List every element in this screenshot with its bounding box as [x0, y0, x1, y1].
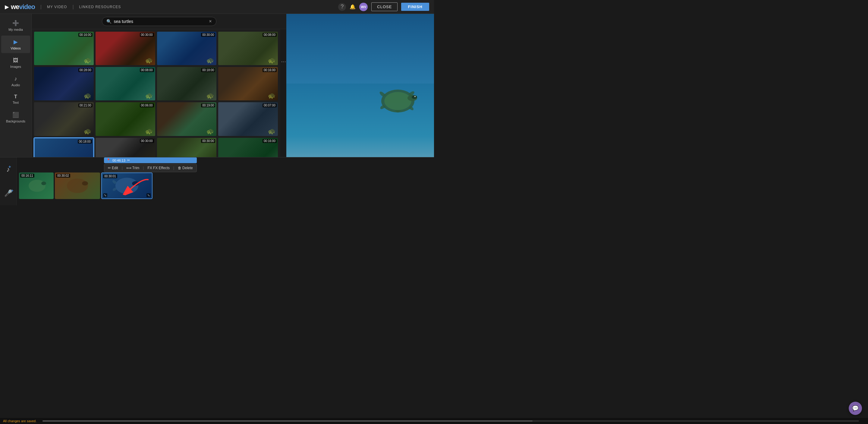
- video-thumb[interactable]: 00:16:00 🐢: [218, 67, 278, 100]
- svg-point-10: [132, 181, 139, 186]
- clip-delete-button[interactable]: 🗑 Delete: [177, 165, 194, 171]
- search-input[interactable]: [114, 19, 207, 24]
- video-duration: 00:18:00: [78, 140, 92, 144]
- video-duration: 00:30:00: [140, 139, 154, 143]
- sidebar-item-my-media[interactable]: ➕ My media: [1, 17, 30, 34]
- timeline-clip[interactable]: 00:30:02: [55, 173, 100, 199]
- sidebar-item-images[interactable]: 🖼 Images: [1, 54, 30, 71]
- video-duration: 00:19:00: [201, 103, 215, 108]
- clip-duration: 00:30:01: [103, 174, 117, 178]
- top-bar: ▶ wevideo | MY VIDEO | LINKED RESOURCES …: [0, 0, 434, 14]
- topbar-right: ? 🔔 WV CLOSE FINISH: [338, 2, 429, 11]
- notification-bell-icon[interactable]: 🔔: [350, 4, 355, 10]
- grid-more-options[interactable]: ⋮: [281, 59, 286, 65]
- clip-expand-left-icon[interactable]: ⤡: [103, 193, 107, 197]
- clip-action-toolbar: ✏ Edit | ⟺ Trim | FX FX Effects | 🗑 Dele…: [104, 164, 197, 172]
- timeline-area: ♪ + 🎤 + 00:16:11: [0, 157, 434, 205]
- search-icon: 🔍: [106, 19, 112, 24]
- video-duration: 00:30:00: [201, 139, 215, 143]
- sidebar-item-label-images: Images: [10, 65, 21, 68]
- video-duration: 00:08:00: [140, 68, 154, 72]
- timeline-clips: 00:16:11 00:30:02: [17, 163, 434, 202]
- svg-point-6: [41, 182, 46, 185]
- videos-icon: ▶: [13, 39, 18, 45]
- svg-point-7: [67, 179, 88, 193]
- sidebar-item-text[interactable]: T Text: [1, 91, 30, 108]
- video-thumb[interactable]: 00:06:00 🐢: [96, 102, 155, 136]
- action-separator: |: [173, 166, 174, 170]
- video-thumb[interactable]: 00:08:00 🐢: [96, 67, 155, 100]
- sidebar-item-videos[interactable]: ▶ Videos: [1, 36, 30, 53]
- logo-text: wevideo: [11, 3, 35, 11]
- sidebar-item-audio[interactable]: ♪ Audio: [1, 73, 30, 90]
- clip-duration: 00:16:11: [20, 174, 34, 178]
- clip-time-badge: 📍 00:46:13 ✂: [104, 157, 197, 163]
- scissors-icon: ✂: [127, 158, 130, 162]
- logo[interactable]: ▶ wevideo: [5, 3, 35, 11]
- video-duration: 00:08:00: [262, 33, 277, 37]
- video-duration: 00:06:00: [140, 103, 154, 108]
- video-duration: 00:16:00: [79, 33, 93, 37]
- sidebar-item-label-my-media: My media: [8, 28, 23, 31]
- video-thumb[interactable]: 00:08:00 🐢: [218, 32, 278, 65]
- pin-icon: 📍: [106, 158, 111, 162]
- search-bar: 🔍 ×: [32, 14, 286, 29]
- video-duration: 00:07:00: [262, 103, 277, 108]
- video-thumb[interactable]: 00:21:00 🐢: [34, 102, 94, 136]
- avatar[interactable]: WV: [359, 3, 368, 11]
- video-thumb[interactable]: 00:30:00 🐢: [96, 32, 155, 65]
- action-separator: |: [122, 166, 123, 170]
- text-icon: T: [14, 94, 17, 99]
- nav-myvideo[interactable]: MY VIDEO: [47, 5, 67, 9]
- clip-edit-button[interactable]: ✏ Edit: [107, 165, 119, 171]
- backgrounds-icon: ⬛: [12, 112, 19, 118]
- close-button[interactable]: CLOSE: [371, 2, 398, 11]
- action-separator: |: [143, 166, 144, 170]
- sidebar-item-backgrounds[interactable]: ⬛ Backgrounds: [1, 109, 30, 126]
- video-duration: 00:18:00: [201, 68, 215, 72]
- audio-icon: ♪: [14, 76, 17, 82]
- clip-trim-button[interactable]: ⟺ Trim: [125, 165, 141, 171]
- edit-icon: ✏: [108, 166, 111, 170]
- video-thumb[interactable]: 00:18:00 🐢: [157, 67, 217, 100]
- video-thumb[interactable]: 00:16:00 🐢: [34, 32, 94, 65]
- nav-linked-resources[interactable]: LINKED RESOURCES: [79, 5, 121, 9]
- clip-expand-right-icon[interactable]: ⤡: [147, 193, 151, 197]
- trim-icon: ⟺: [126, 166, 131, 170]
- finish-button[interactable]: FINISH: [401, 3, 429, 11]
- clip-context-menu: 📍 00:46:13 ✂ ✏ Edit | ⟺ Trim | FX FX Eff…: [104, 157, 197, 172]
- images-icon: 🖼: [13, 57, 19, 64]
- clip-fx-button[interactable]: FX FX Effects: [146, 165, 170, 171]
- svg-point-3: [412, 95, 417, 99]
- svg-point-1: [384, 92, 411, 110]
- timeline-clip[interactable]: 00:16:11: [19, 173, 54, 199]
- sidebar-item-label-videos: Videos: [10, 47, 21, 50]
- video-thumb[interactable]: 00:19:00 🐢: [157, 102, 217, 136]
- sidebar-item-label-audio: Audio: [11, 83, 20, 87]
- sidebar-item-label-backgrounds: Backgrounds: [6, 119, 25, 123]
- video-thumb[interactable]: 00:07:00 🐢: [218, 102, 278, 136]
- topbar-left: ▶ wevideo | MY VIDEO | LINKED RESOURCES: [5, 3, 121, 11]
- help-icon[interactable]: ?: [338, 3, 346, 11]
- svg-point-8: [82, 181, 88, 185]
- video-duration: 00:16:00: [262, 68, 277, 72]
- video-thumb[interactable]: 00:30:00 🐢: [157, 32, 217, 65]
- my-media-icon: ➕: [12, 20, 19, 27]
- clip-total-time: 00:46:13: [113, 159, 125, 162]
- video-thumb[interactable]: 00:28:00 🐢: [34, 67, 94, 100]
- nav-divider: |: [40, 4, 41, 10]
- search-clear-icon[interactable]: ×: [209, 19, 212, 24]
- add-audio-button[interactable]: ♪ +: [7, 165, 10, 173]
- add-voice-button[interactable]: 🎤 +: [4, 189, 12, 197]
- sidebar-item-label-text: Text: [13, 101, 19, 104]
- nav-divider2: |: [72, 4, 73, 10]
- svg-point-5: [29, 180, 45, 192]
- video-duration: 00:28:00: [79, 68, 93, 72]
- svg-point-4: [414, 96, 415, 97]
- delete-icon: 🗑: [178, 166, 181, 170]
- clip-duration: 00:30:02: [56, 174, 70, 178]
- video-duration: 00:30:00: [201, 33, 215, 37]
- search-container: 🔍 ×: [102, 17, 216, 26]
- timeline-clip-selected[interactable]: 00:30:01 ⤡ ⤡: [101, 173, 153, 199]
- fx-icon: FX: [147, 166, 152, 170]
